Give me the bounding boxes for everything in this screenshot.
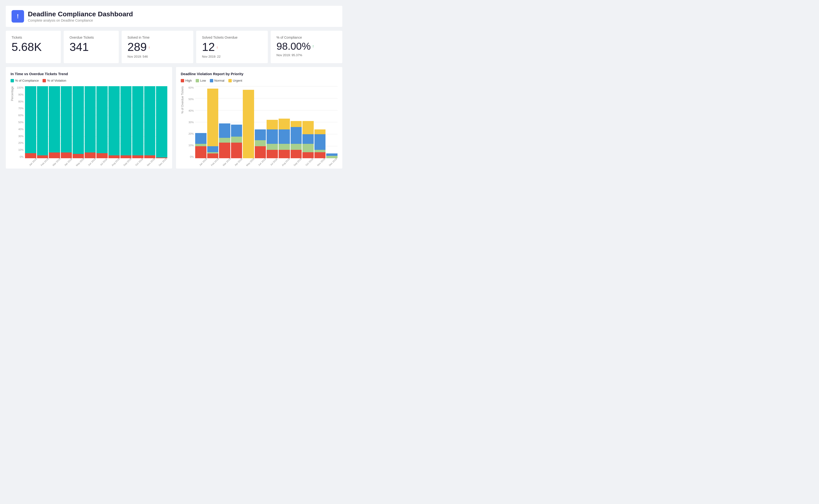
- compliance-segment: [144, 86, 155, 155]
- bar-group-right-5: [255, 129, 266, 158]
- exclamation-icon: !: [17, 13, 19, 20]
- high-segment: [219, 143, 230, 158]
- x-label: Dec 2019: [158, 157, 167, 167]
- bar-group-right-3: [231, 125, 242, 158]
- left-chart-area: Percentage 100% 90% 80% 70% 60% 50% 40%: [11, 86, 167, 164]
- normal-segment: [291, 127, 302, 144]
- compliance-arrow-up: ↑: [312, 44, 314, 49]
- bar-group-right-1: [207, 89, 219, 158]
- x-label: Mar 2019: [52, 157, 61, 167]
- compliance-segment: [37, 86, 48, 155]
- bar-group-right-0: [195, 133, 207, 158]
- right-y-axis-label: % of Overdue Tickets: [181, 86, 184, 114]
- right-chart-title: Deadline Violation Report by Priority: [181, 72, 338, 76]
- solved-arrow-down: ↓: [148, 45, 150, 49]
- high-segment: [231, 143, 242, 158]
- right-y-axis: 60% 50% 40% 30% 20% 10% 0%: [186, 86, 195, 158]
- high-segment: [315, 152, 326, 158]
- bar-group-left-9: [132, 86, 143, 158]
- solved-overdue-arrow: ↓: [217, 45, 218, 49]
- low-segment: [302, 144, 314, 152]
- dashboard-subtitle: Complete analysis on Deadline Compliance: [28, 18, 133, 22]
- bar-group-right-11: [326, 153, 338, 158]
- left-bars-container: [25, 86, 167, 158]
- kpi-tickets-value: 5.68K: [12, 41, 55, 53]
- bar-group-left-3: [61, 86, 72, 158]
- legend-low: Low: [196, 79, 206, 82]
- compliance-segment: [25, 86, 36, 153]
- x-label: Aug 2019: [281, 157, 290, 167]
- low-segment: [219, 138, 230, 143]
- kpi-compliance: % of Compliance 98.00% ↑ Nov 2019: 95.37…: [271, 31, 342, 63]
- kpi-overdue-value: 341: [69, 41, 113, 53]
- kpi-solved-sub: Nov 2019: 546: [127, 55, 187, 58]
- x-label: Nov 2019: [316, 157, 326, 167]
- legend-urgent: Urgent: [229, 79, 242, 82]
- compliance-segment: [85, 86, 96, 152]
- x-label: Sep 2019: [293, 157, 302, 167]
- normal-segment: [255, 129, 266, 140]
- bar-group-right-4: [243, 90, 254, 158]
- x-label: Feb 2019: [210, 157, 220, 167]
- left-chart-title: In Time vs Overdue Tickets Trend: [11, 72, 167, 76]
- legend-violation-label: % of Violation: [47, 79, 66, 82]
- kpi-row: Tickets 5.68K Overdue Tickets 341 Solved…: [6, 31, 342, 63]
- bar-group-left-4: [73, 86, 84, 158]
- x-label: Jun 2019: [257, 157, 267, 167]
- right-x-labels: Jan 2019Feb 2019Mar 2019Apr 2019May 2019…: [186, 159, 338, 164]
- violation-segment: [25, 153, 36, 158]
- kpi-tickets: Tickets 5.68K: [6, 31, 61, 63]
- legend-high-label: High: [185, 79, 192, 82]
- normal-segment: [267, 129, 278, 144]
- violation-segment: [85, 152, 96, 158]
- x-label: Oct 2019: [304, 157, 314, 167]
- right-chart-card: Deadline Violation Report by Priority Hi…: [176, 67, 342, 169]
- kpi-overdue: Overdue Tickets 341: [64, 31, 119, 63]
- kpi-solved-value: 289: [127, 41, 147, 53]
- normal-segment: [231, 125, 242, 137]
- violation-segment: [108, 155, 120, 158]
- low-segment: [326, 156, 338, 158]
- left-y-axis: 100% 90% 80% 70% 60% 50% 40% 30% 20% 10%…: [16, 86, 25, 158]
- high-segment: [279, 150, 290, 158]
- high-segment: [267, 150, 278, 158]
- x-label: May 2019: [75, 157, 85, 167]
- x-label: Jul 2019: [99, 157, 108, 167]
- x-label: Mar 2019: [222, 157, 232, 167]
- x-label: Jan 2019: [28, 157, 38, 167]
- compliance-segment: [49, 86, 60, 152]
- normal-segment: [219, 123, 230, 138]
- violation-segment: [156, 158, 167, 158]
- dashboard-title: Deadline Compliance Dashboard: [28, 10, 133, 18]
- legend-normal-label: Normal: [215, 79, 225, 82]
- violation-segment: [73, 154, 84, 158]
- right-chart-legend: High Low Normal Urgent: [181, 79, 338, 82]
- bar-group-right-10: [315, 129, 326, 158]
- bar-group-left-0: [25, 86, 36, 158]
- normal-segment: [326, 153, 338, 156]
- violation-segment: [37, 155, 48, 158]
- bar-group-left-10: [144, 86, 155, 158]
- dashboard-header: ! Deadline Compliance Dashboard Complete…: [6, 6, 342, 27]
- x-label: Feb 2019: [40, 157, 49, 167]
- bar-group-right-2: [219, 123, 230, 158]
- kpi-solved-overdue-value: 12: [202, 41, 215, 53]
- violation-segment: [96, 153, 108, 158]
- bar-group-right-6: [267, 120, 278, 158]
- compliance-segment: [108, 86, 120, 155]
- low-segment: [315, 150, 326, 152]
- kpi-compliance-sub: Nov 2019: 95.37%: [277, 53, 337, 57]
- compliance-segment: [156, 86, 167, 158]
- legend-high: High: [181, 79, 192, 82]
- legend-compliance: % of Compliance: [11, 79, 39, 82]
- normal-segment: [195, 133, 207, 144]
- right-chart-inner: 60% 50% 40% 30% 20% 10% 0%: [186, 86, 338, 158]
- violation-segment: [120, 155, 132, 158]
- legend-urgent-box: [229, 79, 232, 82]
- low-segment: [279, 144, 290, 150]
- high-segment: [195, 146, 207, 158]
- normal-segment: [315, 134, 326, 150]
- legend-urgent-label: Urgent: [233, 79, 242, 82]
- x-label: Aug 2019: [110, 157, 120, 167]
- kpi-solved-overdue: Solved Tickets Overdue 12 ↓ Nov 2019: 22: [196, 31, 268, 63]
